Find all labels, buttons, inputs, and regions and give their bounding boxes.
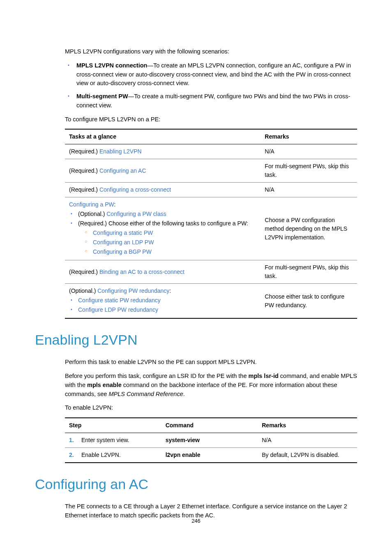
table-header: Command: [161, 418, 258, 433]
row-remark: N/A: [261, 183, 357, 197]
page-number: 246: [0, 517, 392, 525]
task-link[interactable]: Configure static PW redundancy: [78, 297, 161, 304]
task-link[interactable]: Configuring a PW class: [106, 211, 166, 217]
table-header: Tasks at a glance: [65, 129, 261, 144]
sub-text: (Required.) Choose either of the followi…: [78, 220, 248, 227]
body-text: To enable L2VPN:: [65, 403, 357, 412]
subsub-item: Configuring an LDP PW: [84, 238, 256, 247]
body-text: Perform this task to enable L2VPN so the…: [65, 358, 357, 367]
intro-lead: To configure MPLS L2VPN on a PE:: [65, 115, 357, 124]
row-prefix: (Required.): [69, 148, 99, 155]
sub-item: Configure static PW redundancy: [69, 296, 256, 305]
table-row: (Required.) Enabling L2VPN N/A: [65, 144, 357, 159]
sub-prefix: (Optional.): [78, 211, 106, 217]
subsub-item: Configuring a BGP PW: [84, 248, 256, 256]
task-link[interactable]: Configuring an AC: [99, 167, 146, 174]
table-row: Configuring a PW: (Optional.) Configurin…: [65, 197, 357, 260]
table-row: 2.Enable L2VPN. l2vpn enable By default,…: [65, 448, 357, 463]
scenario-bold: Multi-segment PW: [76, 93, 128, 100]
row-remark: For multi-segment PWs, skip this task.: [261, 260, 357, 284]
text-span: Before you perform this task, configure …: [65, 373, 249, 379]
row-prefix: (Required.): [69, 167, 99, 174]
row-prefix: (Required.): [69, 186, 99, 193]
task-link[interactable]: Configuring a PW: [69, 201, 114, 208]
row-colon: :: [114, 201, 115, 208]
text-span: .: [183, 391, 185, 397]
scenario-item: MPLS L2VPN connection—To create an MPLS …: [65, 61, 357, 88]
cmd-bold: system-view: [166, 437, 200, 443]
scenario-bold: MPLS L2VPN connection: [76, 62, 147, 69]
table-row: (Required.) Configuring an AC For multi-…: [65, 159, 357, 183]
step-text: Enter system view.: [81, 437, 129, 443]
intro-text: MPLS L2VPN configurations vary with the …: [65, 47, 357, 56]
row-remark: Choose either task to configure PW redun…: [261, 284, 357, 319]
table-row: (Optional.) Configuring PW redundancy: C…: [65, 284, 357, 319]
task-link[interactable]: Configure LDP PW redundancy: [78, 306, 158, 313]
table-header: Remarks: [258, 418, 357, 433]
cmd-bold: mpls lsr-id: [249, 373, 279, 379]
step-number: 1.: [69, 436, 74, 445]
row-remark: N/A: [258, 433, 357, 448]
tasks-table: Tasks at a glance Remarks (Required.) En…: [65, 129, 357, 319]
table-row: 1.Enter system view. system-view N/A: [65, 433, 357, 448]
task-link[interactable]: Configuring an LDP PW: [93, 239, 154, 246]
sub-item: Configure LDP PW redundancy: [69, 306, 256, 314]
scenario-item: Multi-segment PW—To create a multi-segme…: [65, 92, 357, 110]
table-row: (Required.) Binding an AC to a cross-con…: [65, 260, 357, 284]
cmd-bold: mpls enable: [87, 382, 122, 388]
row-remark: By default, L2VPN is disabled.: [258, 448, 357, 463]
row-remark: For multi-segment PWs, skip this task.: [261, 159, 357, 183]
steps-table: Step Command Remarks 1.Enter system view…: [65, 417, 357, 463]
step-item: 1.Enter system view.: [69, 436, 157, 445]
task-link[interactable]: Configuring a cross-connect: [99, 186, 171, 193]
subsub-item: Configuring a static PW: [84, 229, 256, 237]
step-number: 2.: [69, 451, 74, 459]
row-prefix: (Optional.): [69, 287, 97, 294]
sub-item: (Required.) Choose either of the followi…: [69, 219, 256, 256]
section-heading-enabling-l2vpn: Enabling L2VPN: [35, 329, 357, 350]
step-item: 2.Enable L2VPN.: [69, 451, 157, 459]
row-remark: N/A: [261, 144, 357, 159]
table-row: (Required.) Configuring a cross-connect …: [65, 183, 357, 197]
task-link[interactable]: Binding an AC to a cross-connect: [99, 269, 184, 275]
doc-ref: MPLS Command Reference: [108, 391, 183, 397]
task-link[interactable]: Enabling L2VPN: [99, 148, 142, 155]
sub-item: (Optional.) Configuring a PW class: [69, 210, 256, 218]
row-remark: Choose a PW configuration method dependi…: [261, 197, 357, 260]
body-text: Before you perform this task, configure …: [65, 372, 357, 399]
table-header: Remarks: [261, 129, 357, 144]
task-link[interactable]: Configuring a static PW: [93, 229, 153, 236]
task-link[interactable]: Configuring a BGP PW: [93, 248, 152, 255]
section-heading-configuring-ac: Configuring an AC: [35, 474, 357, 495]
table-header: Step: [65, 418, 161, 433]
scenario-list: MPLS L2VPN connection—To create an MPLS …: [65, 61, 357, 110]
row-prefix: (Required.): [69, 269, 99, 275]
row-colon: :: [169, 287, 171, 294]
task-link[interactable]: Configuring PW redundancy: [97, 287, 169, 294]
step-text: Enable L2VPN.: [81, 452, 121, 458]
cmd-bold: l2vpn enable: [166, 452, 201, 458]
